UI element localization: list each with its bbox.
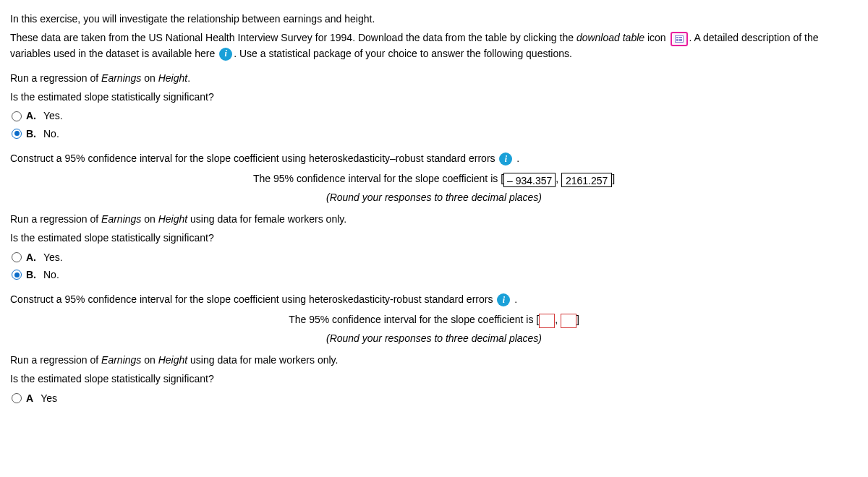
ci2-answer-line: The 95% confidence interval for the slop… [10, 312, 858, 327]
radio-icon [12, 270, 22, 280]
q2-l1e: using data for female workers only. [187, 213, 346, 225]
svg-rect-3 [679, 37, 682, 38]
ci2-pre: The 95% confidence interval for the slop… [289, 314, 539, 325]
ci2-prompt: Construct a 95% confidence interval for … [10, 292, 858, 306]
q3-l1e: using data for male workers only. [187, 354, 338, 366]
opt-text: No. [43, 267, 59, 282]
q1-option-b[interactable]: B. No. [12, 126, 858, 141]
info-icon[interactable]: i [219, 48, 232, 61]
opt-text: No. [43, 126, 59, 141]
q2-height: Height [158, 213, 187, 225]
ci2-comma: , [555, 314, 561, 325]
opt-text: Yes. [43, 108, 63, 123]
opt-letter: B. [26, 126, 36, 141]
opt-letter: A [26, 391, 33, 405]
ci1-comma: , [556, 173, 561, 184]
ci1-post: ] [612, 173, 615, 184]
intro-text-e: . Use a statistical package of your choi… [234, 48, 572, 59]
svg-rect-5 [679, 39, 682, 41]
radio-icon [12, 393, 22, 403]
q1-earnings: Earnings [101, 72, 141, 84]
q3-l1c: on [141, 354, 158, 366]
download-table-label: download table [576, 32, 644, 43]
q3-line2: Is the estimated slope statistically sig… [10, 371, 858, 386]
ci1-hint: (Round your responses to three decimal p… [10, 190, 858, 205]
q3-l1a: Run a regression of [10, 354, 101, 366]
radio-icon [12, 252, 22, 262]
q2-option-b[interactable]: B. No. [12, 267, 858, 282]
svg-rect-2 [676, 37, 678, 38]
radio-icon [12, 111, 22, 121]
q2-option-a[interactable]: A. Yes. [12, 250, 858, 265]
ci2-low-input[interactable] [539, 314, 555, 328]
ci1-low-input[interactable]: – 934.357 [503, 173, 556, 187]
opt-text: Yes. [43, 250, 63, 265]
intro-line-2: These data are taken from the US Nationa… [10, 30, 858, 61]
opt-letter: B. [26, 267, 36, 282]
info-icon[interactable]: i [497, 293, 510, 306]
download-table-icon[interactable] [671, 32, 688, 46]
intro-text-c: icon [644, 32, 668, 43]
ci2-hint: (Round your responses to three decimal p… [10, 331, 858, 345]
ci2-high-input[interactable] [561, 314, 576, 328]
ci2-prompt-text: Construct a 95% confidence interval for … [10, 293, 495, 305]
q2-l1a: Run a regression of [10, 213, 101, 225]
ci2-post: ] [576, 314, 579, 325]
q2-line2: Is the estimated slope statistically sig… [10, 231, 858, 245]
q1-line1: Run a regression of Earnings on Height. [10, 71, 858, 85]
ci1-prompt-text: Construct a 95% confidence interval for … [10, 152, 498, 164]
intro-text-a: These data are taken from the US Nationa… [10, 32, 576, 43]
q2-l1c: on [141, 213, 158, 225]
q1-option-a[interactable]: A. Yes. [12, 108, 858, 123]
opt-letter: A. [26, 250, 36, 265]
q3-line1: Run a regression of Earnings on Height u… [10, 353, 858, 367]
q3-earnings: Earnings [101, 354, 141, 366]
intro-line-1: In this exercise, you will investigate t… [10, 12, 858, 26]
q2-line1: Run a regression of Earnings on Height u… [10, 212, 858, 226]
q2-earnings: Earnings [101, 213, 141, 225]
q1-line2: Is the estimated slope statistically sig… [10, 90, 858, 104]
opt-letter: A. [26, 108, 36, 123]
radio-icon [12, 129, 22, 139]
ci1-pre: The 95% confidence interval for the slop… [253, 173, 503, 184]
svg-rect-4 [676, 39, 678, 41]
info-icon[interactable]: i [499, 152, 512, 166]
q1-height: Height [158, 72, 187, 84]
ci1-high-input[interactable]: 2161.257 [561, 173, 612, 187]
q1-l1a: Run a regression of [10, 72, 101, 84]
q3-option-a[interactable]: A Yes [12, 391, 858, 405]
q1-l1c: on [141, 72, 158, 84]
ci1-prompt: Construct a 95% confidence interval for … [10, 151, 858, 166]
ci1-answer-line: The 95% confidence interval for the slop… [10, 171, 858, 186]
opt-text: Yes [41, 391, 57, 405]
q3-height: Height [158, 354, 187, 366]
q1-l1e: . [187, 72, 190, 84]
